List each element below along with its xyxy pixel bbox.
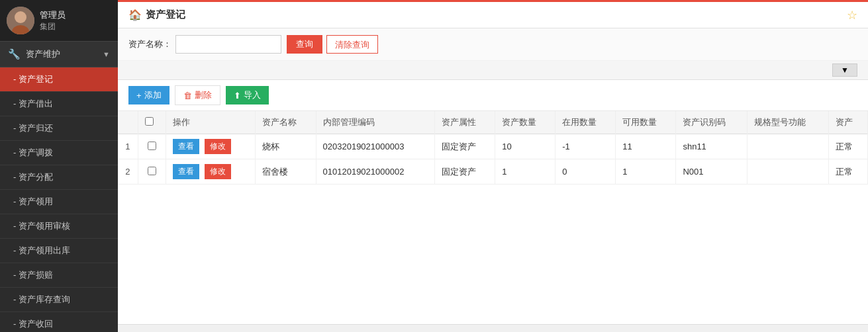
sidebar-item-asset-assign[interactable]: - 资产分配 [0,165,118,190]
cell-asset-name: 宿舍楼 [256,159,316,185]
edit-button[interactable]: 修改 [205,164,231,179]
user-name: 管理员 [40,9,66,21]
home-icon: 🏠 [128,9,142,21]
select-all-checkbox[interactable] [145,117,154,126]
delete-button-label: 删除 [195,89,212,101]
scrollbar-area[interactable] [118,324,868,332]
sidebar-header: 管理员 集团 [0,0,118,42]
sidebar-item-asset-register[interactable]: - 资产登记 [0,67,118,92]
page-title: 🏠 资产登记 [128,9,185,21]
cell-identifier: N001 [676,159,747,185]
chevron-down-icon: ▼ [103,50,110,58]
trash-icon: 🗑 [183,91,192,101]
cell-asset-property: 固定资产 [435,159,495,185]
cell-checkbox [138,134,166,159]
sidebar-item-asset-borrow[interactable]: - 资产借出 [0,92,118,116]
sidebar-item-asset-claim-review[interactable]: - 资产领用审核 [0,214,118,239]
sidebar-item-asset-claim[interactable]: - 资产领用 [0,190,118,214]
svg-point-1 [15,11,26,23]
edit-button[interactable]: 修改 [205,139,231,154]
cell-in-use-qty: -1 [555,134,616,159]
user-info: 管理员 集团 [40,9,66,32]
col-index [118,111,138,134]
table-body: 1 查看 修改 烧杯 02032019021000003 固定资产 10 -1 … [118,134,868,185]
cell-total-qty: 1 [495,159,555,185]
sidebar: 管理员 集团 🔧 资产维护 ▼ - 资产登记 - 资产借出 - 资产归还 - 资… [0,0,118,332]
search-bar: 资产名称： 查询 清除查询 [118,28,868,61]
cell-operations: 查看 修改 [166,134,256,159]
col-status: 资产 [829,111,868,134]
sidebar-item-asset-claim-out[interactable]: - 资产领用出库 [0,239,118,263]
cell-available-qty: 1 [616,159,676,185]
table-header-row: 操作 资产名称 内部管理编码 资产属性 资产数量 在用数量 可用数量 资产识别码… [118,111,868,134]
cell-spec [747,134,829,159]
sidebar-item-asset-transfer[interactable]: - 资产调拨 [0,141,118,165]
table-container: 操作 资产名称 内部管理编码 资产属性 资产数量 在用数量 可用数量 资产识别码… [118,111,868,324]
cell-asset-property: 固定资产 [435,134,495,159]
avatar [7,7,34,34]
col-asset-property: 资产属性 [435,111,495,134]
cell-identifier: shn11 [676,134,747,159]
clear-button[interactable]: 清除查询 [326,35,378,54]
sidebar-item-asset-return[interactable]: - 资产归还 [0,116,118,141]
plus-icon: + [136,91,142,101]
search-label: 资产名称： [128,38,171,50]
asset-table: 操作 资产名称 内部管理编码 资产属性 资产数量 在用数量 可用数量 资产识别码… [118,111,868,185]
sidebar-item-asset-inventory[interactable]: - 资产库存查询 [0,288,118,312]
page-title-text: 资产登记 [146,9,185,21]
col-operation: 操作 [166,111,256,134]
col-checkbox [138,111,166,134]
cell-index: 2 [118,159,138,185]
add-button[interactable]: + 添加 [128,86,169,104]
main-content: 🏠 资产登记 ☆ 资产名称： 查询 清除查询 ▼ + 添加 🗑 删除 ⬆ 导入 [118,0,868,332]
cell-asset-name: 烧杯 [256,134,316,159]
cell-status: 正常 [829,159,868,185]
import-button[interactable]: ⬆ 导入 [226,86,269,104]
add-button-label: 添加 [144,89,162,101]
sidebar-section-asset-maintenance[interactable]: 🔧 资产维护 ▼ [0,42,118,67]
sidebar-item-asset-recycle[interactable]: - 资产收回 [0,312,118,332]
table-row: 2 查看 修改 宿舍楼 01012019021000002 固定资产 1 0 1… [118,159,868,185]
cell-total-qty: 10 [495,134,555,159]
cell-internal-code: 02032019021000003 [316,134,435,159]
col-in-use-qty: 在用数量 [555,111,616,134]
col-internal-code: 内部管理编码 [316,111,435,134]
cell-operations: 查看 修改 [166,159,256,185]
cell-available-qty: 11 [616,134,676,159]
row-checkbox[interactable] [148,167,156,175]
user-group: 集团 [40,21,66,32]
view-button[interactable]: 查看 [173,164,199,179]
col-spec: 规格型号功能 [747,111,829,134]
col-total-qty: 资产数量 [495,111,555,134]
cell-spec [747,159,829,185]
delete-button[interactable]: 🗑 删除 [175,85,220,105]
filter-button[interactable]: ▼ [832,63,857,77]
import-icon: ⬆ [234,91,241,101]
cell-in-use-qty: 0 [555,159,616,185]
toolbar: + 添加 🗑 删除 ⬆ 导入 [118,80,868,111]
import-button-label: 导入 [244,89,261,101]
filter-row: ▼ [118,61,868,80]
sidebar-menu: - 资产登记 - 资产借出 - 资产归还 - 资产调拨 - 资产分配 - 资产领… [0,67,118,332]
view-button[interactable]: 查看 [173,139,199,154]
wrench-icon: 🔧 [8,48,21,60]
query-button[interactable]: 查询 [287,35,322,54]
col-identifier: 资产识别码 [676,111,747,134]
section-label: 资产维护 [26,48,103,60]
search-input[interactable] [175,35,281,54]
table-row: 1 查看 修改 烧杯 02032019021000003 固定资产 10 -1 … [118,134,868,159]
cell-internal-code: 01012019021000002 [316,159,435,185]
star-icon[interactable]: ☆ [847,8,857,22]
col-asset-name: 资产名称 [256,111,316,134]
sidebar-item-asset-damage[interactable]: - 资产损赔 [0,263,118,288]
topbar: 🏠 资产登记 ☆ [118,2,868,28]
cell-index: 1 [118,134,138,159]
cell-checkbox [138,159,166,185]
row-checkbox[interactable] [148,142,156,150]
filter-icon: ▼ [841,65,849,75]
cell-status: 正常 [829,134,868,159]
col-available-qty: 可用数量 [616,111,676,134]
